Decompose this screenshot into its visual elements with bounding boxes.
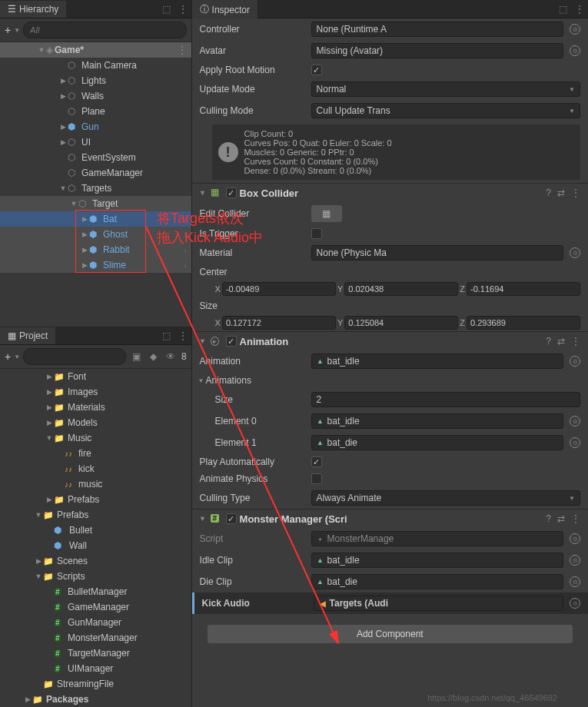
object-picker-icon[interactable]: ⊙	[570, 576, 580, 587]
project-item[interactable]: Scenes	[0, 553, 191, 569]
preset-icon[interactable]: ⇄	[556, 336, 566, 347]
foldout-icon[interactable]	[58, 138, 68, 146]
project-item[interactable]: Font	[0, 369, 191, 384]
foldout-icon[interactable]	[198, 515, 208, 523]
object-picker-icon[interactable]: ⊙	[570, 533, 580, 544]
foldout-icon[interactable]	[198, 189, 208, 197]
prefab-arrow-icon[interactable]: ›	[184, 231, 186, 239]
foldout-icon[interactable]	[69, 200, 78, 207]
hierarchy-item[interactable]: Main Camera	[0, 58, 191, 73]
project-item[interactable]: TargetManager	[0, 646, 191, 661]
hierarchy-item[interactable]: Targets	[0, 181, 191, 196]
size-y-field[interactable]	[344, 316, 458, 330]
foldout-icon[interactable]	[45, 388, 54, 396]
search-by-type-icon[interactable]: ▣	[129, 350, 144, 363]
hierarchy-item[interactable]: EventSystem	[0, 150, 191, 165]
hierarchy-item[interactable]: Bat›	[0, 211, 191, 227]
hierarchy-item[interactable]: Rabbit›	[0, 242, 191, 257]
help-icon[interactable]: ?	[544, 513, 553, 524]
foldout-icon[interactable]	[45, 403, 54, 411]
object-picker-icon[interactable]: ⊙	[570, 437, 580, 448]
kick-audio-field[interactable]: Targets (Audi	[314, 596, 563, 611]
create-button[interactable]: +	[5, 24, 11, 36]
hierarchy-item[interactable]: Ghost›	[0, 227, 191, 242]
project-item[interactable]: music	[0, 476, 191, 492]
hierarchy-search-input[interactable]	[30, 25, 179, 35]
foldout-icon[interactable]	[45, 419, 54, 427]
anim-field[interactable]: bat_idle	[311, 354, 563, 369]
controller-field[interactable]: None (Runtime A	[311, 22, 563, 37]
help-icon[interactable]: ?	[544, 188, 553, 198]
idle-clip-field[interactable]: bat_idle	[311, 553, 563, 568]
foldout-icon[interactable]	[45, 496, 54, 503]
size-z-field[interactable]	[467, 316, 580, 330]
box-collider-header[interactable]: Box Collider ? ⇄ ⋮	[192, 183, 588, 202]
project-item[interactable]: StreamingFile	[0, 676, 191, 692]
hierarchy-item[interactable]: Target	[0, 196, 191, 211]
prefab-arrow-icon[interactable]: ›	[184, 261, 186, 270]
project-item[interactable]: Bullet	[0, 523, 191, 538]
component-menu-icon[interactable]: ⋮	[570, 188, 582, 198]
object-picker-icon[interactable]: ⊙	[570, 555, 580, 566]
lock-icon[interactable]: ⬚	[158, 2, 174, 16]
foldout-icon[interactable]	[80, 261, 89, 269]
hierarchy-tab[interactable]: ☰ Hierarchy	[0, 1, 66, 18]
project-search[interactable]	[23, 348, 126, 365]
hierarchy-menu-icon[interactable]: ⋮	[174, 2, 191, 16]
hierarchy-item[interactable]: GameManager	[0, 165, 191, 181]
animate-physics-checkbox[interactable]	[311, 473, 322, 484]
center-y-field[interactable]	[344, 282, 458, 296]
foldout-icon[interactable]	[45, 434, 54, 442]
project-create-button[interactable]: +	[5, 350, 11, 363]
el1-field[interactable]: bat_die	[311, 435, 563, 450]
prefab-arrow-icon[interactable]: ›	[184, 215, 186, 224]
foldout-icon[interactable]	[34, 511, 43, 519]
foldout-icon[interactable]	[37, 46, 46, 54]
is-trigger-checkbox[interactable]	[311, 228, 322, 239]
project-item[interactable]: fire	[0, 446, 191, 461]
project-search-input[interactable]	[30, 352, 119, 361]
foldout-icon[interactable]	[80, 215, 89, 223]
center-x-field[interactable]	[222, 282, 336, 296]
project-item[interactable]: GunManager	[0, 615, 191, 630]
animation-enabled-checkbox[interactable]	[226, 336, 237, 347]
create-dropdown-icon[interactable]: ▼	[14, 27, 20, 34]
hierarchy-item[interactable]: UI	[0, 134, 191, 150]
project-item[interactable]: Prefabs	[0, 507, 191, 523]
project-item[interactable]: Wall	[0, 538, 191, 553]
hierarchy-item[interactable]: Slime›	[0, 257, 191, 273]
material-field[interactable]: None (Physic Ma	[311, 245, 563, 261]
foldout-icon[interactable]	[45, 373, 54, 380]
project-menu-icon[interactable]: ⋮	[174, 329, 191, 343]
update-mode-dropdown[interactable]: Normal	[311, 81, 580, 97]
object-picker-icon[interactable]: ⊙	[570, 45, 580, 56]
help-icon[interactable]: ?	[544, 336, 553, 347]
animation-header[interactable]: Animation ? ⇄ ⋮	[192, 331, 588, 350]
project-item[interactable]: Images	[0, 384, 191, 400]
anim-size-field[interactable]	[311, 392, 580, 407]
avatar-field[interactable]: Missing (Avatar)	[311, 43, 563, 58]
center-z-field[interactable]	[467, 282, 580, 296]
foldout-icon[interactable]	[198, 337, 208, 345]
hierarchy-item[interactable]: Plane	[0, 104, 191, 119]
foldout-icon[interactable]	[58, 92, 68, 100]
foldout-icon[interactable]	[58, 184, 68, 192]
die-clip-field[interactable]: bat_die	[311, 574, 563, 589]
project-item[interactable]: Scripts	[0, 569, 191, 584]
project-item[interactable]: BulletManager	[0, 584, 191, 599]
project-item[interactable]: Packages	[0, 692, 191, 707]
play-auto-checkbox[interactable]	[311, 456, 322, 467]
hidden-icon[interactable]: 👁	[163, 350, 178, 363]
project-item[interactable]: GameManager	[0, 599, 191, 615]
preset-icon[interactable]: ⇄	[556, 513, 566, 524]
foldout-icon[interactable]	[58, 77, 68, 85]
size-x-field[interactable]	[222, 316, 336, 330]
foldout-icon[interactable]	[80, 231, 89, 238]
component-menu-icon[interactable]: ⋮	[570, 336, 582, 347]
object-picker-icon[interactable]: ⊙	[570, 24, 580, 35]
project-item[interactable]: MonsterManager	[0, 630, 191, 646]
project-create-dropdown-icon[interactable]: ▼	[14, 354, 20, 360]
hierarchy-search[interactable]	[23, 22, 186, 38]
inspector-tab[interactable]: ⓘ Inspector	[192, 0, 257, 19]
monster-enabled-checkbox[interactable]	[226, 513, 237, 524]
